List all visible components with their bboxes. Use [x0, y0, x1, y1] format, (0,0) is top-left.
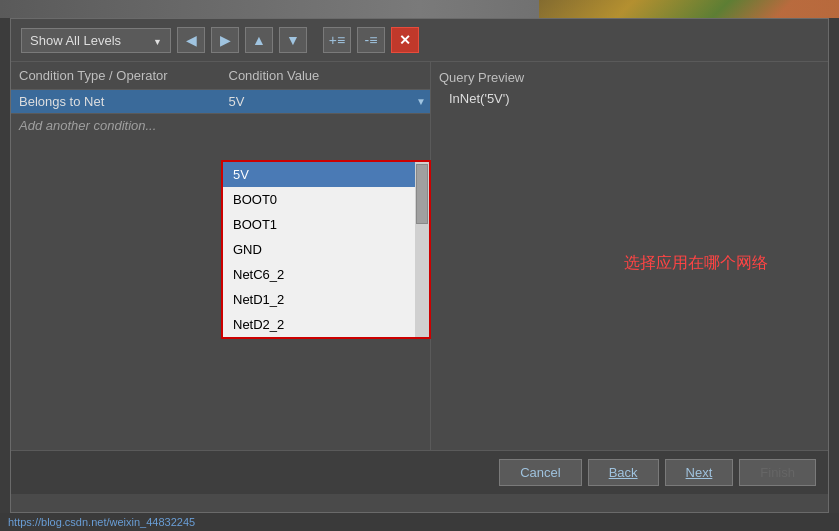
toolbar: Show All Levels ◀ ▶ ▲ ▼ +≡ -≡ ✕ [11, 19, 828, 62]
close-icon: ✕ [399, 32, 411, 48]
query-preview-value: InNet('5V') [439, 91, 820, 106]
top-strip-decoration [539, 0, 839, 18]
dropdown-item-5v[interactable]: 5V [223, 162, 429, 187]
main-dialog: Show All Levels ◀ ▶ ▲ ▼ +≡ -≡ ✕ [10, 18, 829, 513]
col-header-value: Condition Value [221, 66, 431, 85]
cell-condition-value: 5V ▼ [221, 90, 431, 113]
dropdown-item-boot1[interactable]: BOOT1 [223, 212, 429, 237]
show-levels-dropdown[interactable]: Show All Levels [21, 28, 171, 53]
dropdown-item-boot0[interactable]: BOOT0 [223, 187, 429, 212]
left-panel: Condition Type / Operator Condition Valu… [11, 62, 431, 467]
left-arrow-icon: ◀ [186, 32, 197, 48]
nav-down-button[interactable]: ▼ [279, 27, 307, 53]
column-headers: Condition Type / Operator Condition Valu… [11, 62, 430, 90]
dropdown-item-netc6-2[interactable]: NetC6_2 [223, 262, 429, 287]
cell-condition-type: Belongs to Net [11, 90, 221, 113]
add-level-button[interactable]: +≡ [323, 27, 351, 53]
nav-up-button[interactable]: ▲ [245, 27, 273, 53]
dropdown-item-netd1-2[interactable]: NetD1_2 [223, 287, 429, 312]
nav-right-button[interactable]: ▶ [211, 27, 239, 53]
value-dropdown-arrow-icon: ▼ [416, 96, 426, 107]
query-preview-header: Query Preview [439, 70, 820, 85]
add-level-icon: +≡ [329, 32, 345, 48]
button-bar: Cancel Back Next Finish [11, 450, 828, 494]
table-area: Condition Type / Operator Condition Valu… [11, 62, 828, 467]
cancel-button[interactable]: Cancel [499, 459, 581, 486]
top-strip [0, 0, 839, 18]
chinese-hint-text: 选择应用在哪个网络 [624, 253, 768, 274]
down-arrow-icon: ▼ [286, 32, 300, 48]
remove-level-button[interactable]: -≡ [357, 27, 385, 53]
table-body: Belongs to Net 5V ▼ Add another conditio… [11, 90, 430, 467]
add-condition-row[interactable]: Add another condition... [11, 114, 430, 137]
scrollbar-thumb [416, 164, 428, 224]
bottom-status-bar: https://blog.csdn.net/weixin_44832245 [0, 513, 839, 531]
next-button[interactable]: Next [665, 459, 734, 486]
chevron-down-icon [153, 33, 162, 48]
right-arrow-icon: ▶ [220, 32, 231, 48]
up-arrow-icon: ▲ [252, 32, 266, 48]
finish-button: Finish [739, 459, 816, 486]
table-row[interactable]: Belongs to Net 5V ▼ [11, 90, 430, 114]
dropdown-scrollbar[interactable] [415, 162, 429, 337]
dropdown-item-gnd[interactable]: GND [223, 237, 429, 262]
close-button[interactable]: ✕ [391, 27, 419, 53]
condition-value-dropdown[interactable]: 5V BOOT0 BOOT1 GND NetC6_2 NetD1_2 NetD2… [221, 160, 431, 339]
csdn-link[interactable]: https://blog.csdn.net/weixin_44832245 [8, 516, 195, 528]
nav-left-button[interactable]: ◀ [177, 27, 205, 53]
dropdown-item-netd2-2[interactable]: NetD2_2 [223, 312, 429, 337]
back-button[interactable]: Back [588, 459, 659, 486]
remove-level-icon: -≡ [365, 32, 378, 48]
col-header-type: Condition Type / Operator [11, 66, 221, 85]
cell-value-text: 5V [229, 94, 417, 109]
show-levels-label: Show All Levels [30, 33, 121, 48]
right-panel: Query Preview InNet('5V') 选择应用在哪个网络 [431, 62, 828, 467]
